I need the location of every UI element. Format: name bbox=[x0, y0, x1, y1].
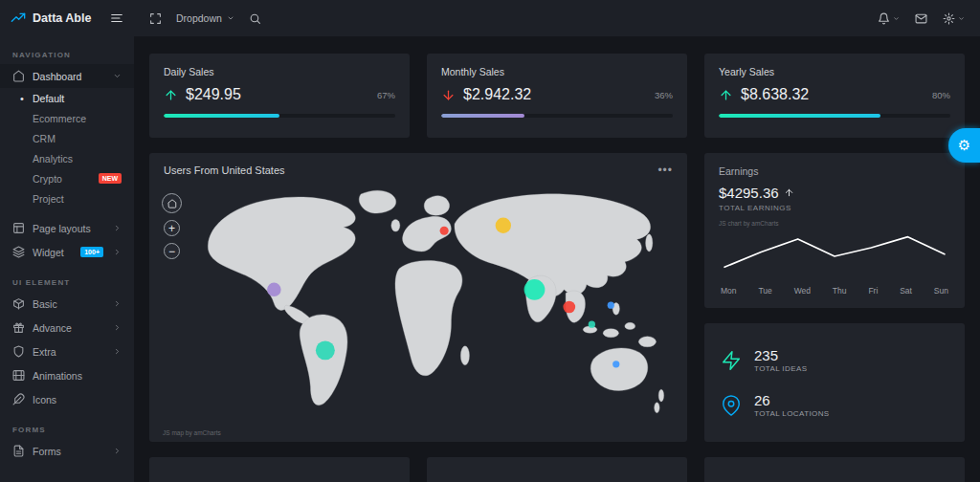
sub-item-label: Crypto bbox=[33, 173, 62, 185]
earnings-label: TOTAL EARNINGS bbox=[719, 204, 950, 212]
counter-label: TOTAL IDEAS bbox=[754, 364, 807, 373]
sidebar-item-dashboard[interactable]: Dashboard bbox=[0, 64, 134, 88]
map-home-button[interactable] bbox=[162, 193, 182, 213]
stat-percent: 67% bbox=[377, 90, 395, 100]
map-bubble[interactable] bbox=[316, 340, 335, 360]
section-label-ui-element: UI ELEMENT bbox=[0, 264, 134, 292]
sidebar-item-label: Basic bbox=[33, 298, 57, 310]
progress-fill bbox=[719, 114, 880, 118]
sub-item-label: Project bbox=[33, 193, 64, 205]
map-bubble[interactable] bbox=[589, 321, 595, 328]
logo-row: Datta Able bbox=[0, 0, 134, 36]
sidebar-item-label: Icons bbox=[33, 394, 56, 405]
axis-tick: Sat bbox=[900, 286, 912, 296]
chevron-right-icon bbox=[113, 224, 122, 232]
layers-icon bbox=[12, 246, 25, 258]
sidebar-item-advance[interactable]: Advance bbox=[0, 316, 134, 340]
daily-sales-card: Daily Sales $249.95 67% bbox=[149, 54, 410, 138]
home-icon bbox=[12, 70, 25, 82]
monthly-sales-card: Monthly Sales $2.942.32 36% bbox=[427, 54, 687, 138]
chevron-right-icon bbox=[113, 447, 122, 455]
map-attribution: JS map by amCharts bbox=[163, 429, 221, 436]
notifications-bell-icon[interactable] bbox=[878, 12, 900, 25]
sidebar-item-page-layouts[interactable]: Page layouts bbox=[0, 216, 134, 240]
arrow-up-icon bbox=[719, 88, 733, 102]
sidebar-item-basic[interactable]: Basic bbox=[0, 292, 134, 316]
sidebar-toggle-icon[interactable] bbox=[110, 11, 123, 25]
floating-settings-button[interactable]: ⚙ bbox=[948, 128, 980, 163]
mail-icon[interactable] bbox=[915, 12, 927, 25]
sidebar-item-widget[interactable]: Widget 100+ bbox=[0, 240, 134, 264]
new-badge: NEW bbox=[99, 173, 122, 184]
users-map-card: Users From United States ••• + − bbox=[149, 153, 687, 442]
earnings-x-axis: Mon Tue Wed Thu Fri Sat Sun bbox=[719, 284, 950, 296]
counter-value: 26 bbox=[754, 392, 830, 408]
total-ideas-row: 235 TOTAL IDEAS bbox=[721, 347, 948, 372]
file-text-icon bbox=[12, 445, 25, 457]
map-bubble[interactable] bbox=[440, 227, 449, 235]
partial-card bbox=[149, 457, 410, 482]
active-bullet: • bbox=[20, 93, 24, 104]
card-title: Yearly Sales bbox=[719, 66, 950, 77]
map-zoom-out-button[interactable]: − bbox=[164, 243, 180, 259]
axis-tick: Fri bbox=[868, 286, 878, 296]
world-map[interactable] bbox=[176, 186, 678, 428]
map-bubble[interactable] bbox=[267, 283, 281, 297]
chevron-right-icon bbox=[113, 299, 122, 308]
map-bubble[interactable] bbox=[563, 301, 575, 314]
sidebar: Datta Able NAVIGATION Dashboard • Defaul… bbox=[0, 0, 134, 482]
sidebar-item-label: Dashboard bbox=[33, 71, 81, 82]
header-dropdown[interactable]: Dropdown bbox=[176, 12, 234, 24]
sidebar-item-project[interactable]: Project bbox=[0, 188, 134, 208]
chevron-right-icon bbox=[113, 323, 122, 332]
sub-item-label: Default bbox=[33, 93, 64, 104]
app-window: Datta Able NAVIGATION Dashboard • Defaul… bbox=[0, 0, 980, 482]
card-title: Earnings bbox=[719, 165, 950, 177]
partial-card bbox=[704, 457, 965, 482]
sidebar-item-crypto[interactable]: Crypto NEW bbox=[0, 168, 134, 188]
stat-value: $2.942.32 bbox=[463, 86, 531, 103]
arrow-down-icon bbox=[441, 88, 456, 102]
card-title: Users From United States bbox=[164, 164, 285, 176]
sidebar-item-default[interactable]: • Default bbox=[0, 88, 134, 108]
progress-fill bbox=[164, 114, 279, 118]
map-bubble[interactable] bbox=[496, 218, 511, 233]
sidebar-item-analytics[interactable]: Analytics bbox=[0, 148, 134, 168]
map-bubble[interactable] bbox=[608, 302, 614, 309]
top-header: Dropdown bbox=[134, 0, 980, 36]
stat-value: $8.638.32 bbox=[741, 86, 809, 103]
maximize-icon[interactable] bbox=[149, 12, 162, 25]
gear-icon: ⚙ bbox=[958, 137, 970, 154]
sidebar-item-label: Extra bbox=[33, 346, 56, 358]
logo-icon bbox=[11, 11, 26, 26]
sidebar-item-extra[interactable]: Extra bbox=[0, 340, 134, 363]
earnings-line-chart[interactable] bbox=[719, 229, 950, 284]
dashboard-content: Daily Sales $249.95 67% Monthly Sales bbox=[134, 36, 980, 482]
sidebar-item-crm[interactable]: CRM bbox=[0, 128, 134, 148]
layout-icon bbox=[12, 222, 25, 234]
sub-item-label: CRM bbox=[33, 133, 56, 144]
map-zoom-in-button[interactable]: + bbox=[164, 220, 180, 236]
sidebar-item-label: Animations bbox=[33, 370, 82, 382]
map-bubble[interactable] bbox=[524, 279, 546, 300]
sidebar-item-icons[interactable]: Icons bbox=[0, 387, 134, 411]
arrow-up-icon bbox=[784, 187, 794, 198]
earnings-card: Earnings $4295.36 TOTAL EARNINGS JS char… bbox=[704, 153, 965, 308]
sidebar-item-forms[interactable]: Forms bbox=[0, 439, 134, 463]
search-icon[interactable] bbox=[249, 12, 261, 25]
sidebar-item-ecommerce[interactable]: Ecommerce bbox=[0, 108, 134, 128]
progress-track bbox=[164, 114, 395, 118]
totals-card: 235 TOTAL IDEAS 26 TOTAL LOCATIONS bbox=[704, 323, 965, 442]
counter-value: 235 bbox=[754, 347, 807, 363]
chart-attribution: JS chart by amCharts bbox=[719, 220, 950, 227]
user-settings-gear-icon[interactable] bbox=[943, 12, 965, 25]
card-options-icon[interactable]: ••• bbox=[657, 167, 673, 173]
map-bubble[interactable] bbox=[612, 361, 619, 367]
axis-tick: Tue bbox=[758, 286, 771, 296]
sidebar-item-label: Widget bbox=[33, 247, 64, 258]
app-title: Datta Able bbox=[33, 11, 103, 25]
axis-tick: Thu bbox=[833, 286, 847, 296]
sidebar-item-animations[interactable]: Animations bbox=[0, 363, 134, 387]
card-title: Daily Sales bbox=[164, 66, 395, 77]
count-badge: 100+ bbox=[80, 247, 103, 257]
